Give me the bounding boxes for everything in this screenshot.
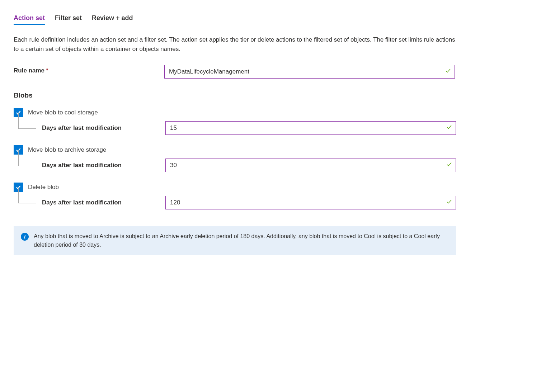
checkmark-icon (445, 68, 451, 76)
delete-blob-option: Delete blob Days after last modification (14, 183, 546, 210)
tree-connector (15, 158, 40, 173)
info-message: Any blob that is moved to Archive is sub… (34, 232, 449, 249)
rule-name-input[interactable] (164, 65, 455, 79)
checkmark-icon (446, 199, 452, 207)
tree-connector (15, 121, 40, 135)
rule-name-label: Rule name* (14, 65, 164, 74)
checkmark-icon (446, 161, 452, 170)
page-description: Each rule definition includes an action … (14, 35, 458, 53)
cool-days-input[interactable] (165, 121, 456, 135)
tab-filter-set[interactable]: Filter set (55, 14, 82, 25)
archive-storage-option: Move blob to archive storage Days after … (14, 145, 546, 173)
info-icon: i (21, 233, 29, 241)
info-box: i Any blob that is moved to Archive is s… (14, 226, 456, 255)
archive-days-label: Days after last modification (40, 162, 165, 169)
blobs-heading: Blobs (14, 91, 546, 99)
delete-days-label: Days after last modification (40, 199, 165, 206)
delete-days-input[interactable] (165, 196, 456, 209)
cool-storage-option: Move blob to cool storage Days after las… (14, 108, 546, 135)
tree-connector (15, 195, 40, 210)
delete-blob-label: Delete blob (28, 184, 59, 191)
rule-name-row: Rule name* (14, 65, 546, 79)
tab-action-set[interactable]: Action set (14, 14, 45, 25)
checkmark-icon (446, 124, 452, 132)
required-indicator: * (46, 67, 48, 74)
cool-storage-label: Move blob to cool storage (28, 109, 98, 116)
tab-review-add[interactable]: Review + add (92, 14, 133, 25)
archive-days-input[interactable] (165, 159, 456, 172)
archive-storage-label: Move blob to archive storage (28, 146, 106, 154)
cool-days-label: Days after last modification (40, 124, 165, 132)
tab-bar: Action set Filter set Review + add (14, 14, 546, 25)
